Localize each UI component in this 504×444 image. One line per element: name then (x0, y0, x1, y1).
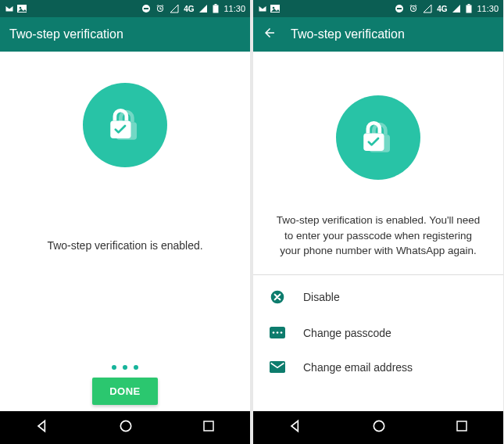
nav-recent-button[interactable] (455, 419, 469, 436)
nav-home-button[interactable] (371, 418, 387, 437)
lock-hero-icon (83, 83, 167, 167)
nav-recent-button[interactable] (202, 419, 216, 436)
pager-dots (112, 365, 138, 370)
alarm-icon (409, 4, 418, 13)
svg-point-22 (281, 331, 283, 334)
svg-point-20 (273, 331, 275, 334)
svg-point-1 (20, 7, 22, 9)
content-area: Two-step verification is enabled. DONE (0, 52, 250, 411)
status-message: Two-step verification is enabled. (25, 238, 224, 253)
battery-icon (213, 4, 219, 13)
image-icon (270, 5, 280, 13)
dnd-icon (395, 4, 404, 13)
status-bar: 4G 11:30 (0, 0, 250, 17)
svg-rect-9 (204, 421, 213, 431)
svg-rect-14 (468, 4, 470, 5)
wifi-icon (452, 4, 461, 13)
phone-right: 4G 11:30 Two-step verification (253, 0, 503, 444)
alarm-icon (155, 4, 165, 13)
gmail-icon (5, 5, 14, 13)
android-nav-bar (253, 411, 503, 444)
option-disable[interactable]: Disable (253, 278, 503, 316)
email-icon (269, 361, 286, 373)
page-title: Two-step verification (291, 27, 405, 41)
wifi-icon (198, 4, 208, 13)
app-bar: Two-step verification (0, 17, 250, 52)
status-bar: 4G 11:30 (253, 0, 503, 17)
option-label: Disable (303, 291, 340, 303)
clock-label: 11:30 (223, 4, 245, 13)
svg-point-24 (374, 421, 384, 431)
battery-icon (466, 4, 472, 13)
done-button[interactable]: DONE (92, 378, 158, 405)
options-list: Disable Change passcode Change email add… (253, 275, 503, 388)
dnd-icon (141, 4, 151, 13)
network-label: 4G (437, 5, 447, 13)
option-label: Change email address (303, 361, 413, 374)
option-label: Change passcode (303, 327, 391, 339)
svg-rect-13 (397, 8, 402, 9)
gmail-icon (258, 5, 267, 13)
phone-left: 4G 11:30 Two-step verification Two-step … (0, 0, 250, 444)
passcode-icon (269, 327, 286, 338)
svg-rect-5 (213, 5, 219, 13)
svg-point-8 (120, 421, 130, 431)
network-label: 4G (184, 5, 194, 13)
signal-icon (170, 4, 179, 13)
svg-point-21 (277, 331, 279, 334)
android-nav-bar (0, 411, 250, 444)
lock-hero-icon (336, 95, 420, 180)
option-change-passcode[interactable]: Change passcode (253, 316, 503, 350)
svg-rect-25 (457, 421, 466, 431)
svg-point-11 (273, 7, 275, 9)
image-icon (17, 5, 27, 13)
back-button[interactable] (263, 26, 277, 43)
nav-back-button[interactable] (34, 418, 50, 437)
status-message: Two-step verification is enabled. You'll… (253, 213, 503, 259)
app-bar: Two-step verification (253, 17, 503, 52)
svg-rect-3 (144, 8, 148, 9)
content-area: Two-step verification is enabled. You'll… (253, 52, 503, 411)
page-title: Two-step verification (9, 27, 123, 41)
svg-rect-15 (466, 5, 472, 13)
nav-back-button[interactable] (288, 418, 303, 437)
nav-home-button[interactable] (118, 418, 134, 437)
option-change-email[interactable]: Change email address (253, 350, 503, 385)
svg-rect-4 (215, 4, 217, 5)
signal-icon (423, 4, 432, 13)
clock-label: 11:30 (477, 4, 499, 13)
close-circle-icon (269, 289, 286, 305)
